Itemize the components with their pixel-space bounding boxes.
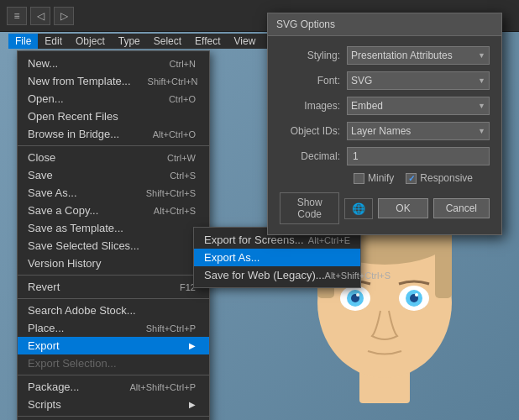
- separator-5: [18, 416, 209, 417]
- menu-item-export-selection[interactable]: Export Selection...: [18, 354, 209, 372]
- svg-options-dialog: SVG Options Styling: Presentation Attrib…: [267, 13, 502, 235]
- svg-font-label: Font:: [280, 75, 347, 87]
- menu-item-revert[interactable]: Revert F12: [18, 278, 209, 296]
- menu-item-export[interactable]: Export ▶: [18, 337, 209, 354]
- svg-decimal-label: Decimal:: [280, 150, 347, 162]
- show-code-button[interactable]: Show Code: [280, 192, 339, 224]
- menu-bar-type[interactable]: Type: [112, 34, 147, 49]
- menu-bar-edit[interactable]: Edit: [38, 34, 69, 49]
- menu-bar-view[interactable]: View: [228, 34, 263, 49]
- separator-3: [18, 298, 209, 299]
- globe-button[interactable]: 🌐: [344, 198, 373, 219]
- svg-decimal-input[interactable]: [347, 147, 490, 165]
- menu-item-save-slices[interactable]: Save Selected Slices...: [18, 237, 209, 255]
- menu-item-new-template[interactable]: New from Template... Shift+Ctrl+N: [18, 72, 209, 90]
- svg-buttons-row: Show Code 🌐 OK Cancel: [280, 192, 490, 224]
- menu-bar-effect[interactable]: Effect: [188, 34, 227, 49]
- menu-item-close[interactable]: Close Ctrl+W: [18, 149, 209, 166]
- svg-point-12: [415, 293, 418, 297]
- menu-item-search-stock[interactable]: Search Adobe Stock...: [18, 302, 209, 319]
- svg-minify-checkbox-label[interactable]: Minify: [354, 172, 394, 184]
- menu-item-package[interactable]: Package... Alt+Shift+Ctrl+P: [18, 378, 209, 396]
- menu-item-save[interactable]: Save Ctrl+S: [18, 166, 209, 184]
- svg-styling-row: Styling: Presentation Attributes ▼: [280, 46, 490, 65]
- separator-1: [18, 145, 209, 146]
- svg-styling-label: Styling:: [280, 50, 347, 61]
- file-menu: New... Ctrl+N New from Template... Shift…: [17, 50, 210, 420]
- svg-styling-select[interactable]: Presentation Attributes ▼: [347, 46, 490, 65]
- svg-objectids-arrow-icon: ▼: [478, 127, 485, 135]
- menu-item-open-recent[interactable]: Open Recent Files: [18, 108, 209, 125]
- menu-item-save-copy[interactable]: Save a Copy... Alt+Ctrl+S: [18, 202, 209, 219]
- svg-objectids-select[interactable]: Layer Names ▼: [347, 122, 490, 140]
- toolbar-btn-1[interactable]: ≡: [7, 7, 27, 25]
- menu-item-version-history[interactable]: Version History: [18, 255, 209, 272]
- svg-rect-4: [435, 231, 452, 298]
- menu-bar-object[interactable]: Object: [69, 34, 112, 49]
- menu-bar-file[interactable]: File: [8, 34, 38, 49]
- svg-styling-arrow-icon: ▼: [478, 51, 485, 60]
- svg-decimal-row: Decimal:: [280, 147, 490, 165]
- menu-item-place[interactable]: Place... Shift+Ctrl+P: [18, 319, 209, 337]
- submenu-save-web[interactable]: Save for Web (Legacy)... Alt+Shift+Ctrl+…: [194, 266, 360, 284]
- svg-minify-checkbox[interactable]: [354, 173, 364, 184]
- toolbar-btn-3[interactable]: ▷: [54, 7, 74, 25]
- scripts-arrow-icon: ▶: [189, 400, 196, 409]
- menu-item-open[interactable]: Open... Ctrl+O: [18, 90, 209, 108]
- svg-responsive-checkbox-label[interactable]: Responsive: [406, 172, 473, 184]
- separator-4: [18, 375, 209, 375]
- export-submenu: Export for Screens... Alt+Ctrl+E Export …: [193, 227, 361, 288]
- svg-font-select[interactable]: SVG ▼: [347, 71, 490, 90]
- svg-font-arrow-icon: ▼: [478, 76, 485, 85]
- svg-point-8: [356, 293, 359, 297]
- toolbar-btn-2[interactable]: ◁: [30, 7, 50, 25]
- svg-images-arrow-icon: ▼: [478, 102, 485, 110]
- svg-images-select[interactable]: Embed ▼: [347, 97, 490, 115]
- separator-2: [18, 275, 209, 276]
- menu-item-save-template[interactable]: Save as Template...: [18, 219, 209, 237]
- menu-item-scripts[interactable]: Scripts ▶: [18, 396, 209, 413]
- menu-item-new[interactable]: New... Ctrl+N: [18, 55, 209, 72]
- svg-objectids-row: Object IDs: Layer Names ▼: [280, 122, 490, 140]
- menu-item-save-as[interactable]: Save As... Shift+Ctrl+S: [18, 184, 209, 202]
- svg-dialog-title: SVG Options: [268, 13, 501, 36]
- menu-item-browse-bridge[interactable]: Browse in Bridge... Alt+Ctrl+O: [18, 125, 209, 143]
- svg-images-label: Images:: [280, 100, 347, 112]
- menu-bar-select[interactable]: Select: [147, 34, 188, 49]
- svg-responsive-checkbox[interactable]: [406, 173, 417, 184]
- svg-font-row: Font: SVG ▼: [280, 71, 490, 90]
- ok-button[interactable]: OK: [378, 198, 427, 218]
- svg-checkbox-row: Minify Responsive: [354, 172, 490, 184]
- svg-dialog-body: Styling: Presentation Attributes ▼ Font:…: [268, 36, 501, 234]
- export-arrow-icon: ▶: [189, 341, 196, 350]
- svg-objectids-label: Object IDs:: [280, 125, 347, 137]
- svg-images-row: Images: Embed ▼: [280, 97, 490, 115]
- cancel-button[interactable]: Cancel: [433, 198, 490, 218]
- submenu-export-as[interactable]: Export As...: [194, 249, 360, 266]
